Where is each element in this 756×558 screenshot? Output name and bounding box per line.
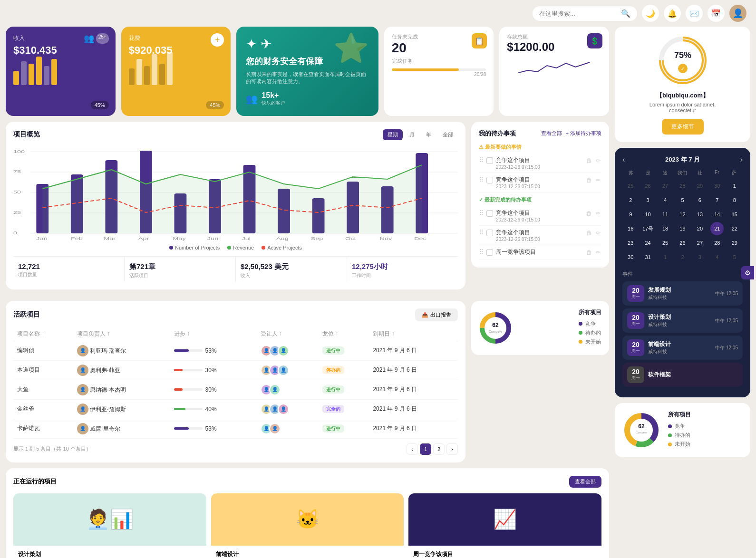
export-btn[interactable]: 📤 出口报告 xyxy=(415,308,458,321)
cal-day[interactable]: 5 xyxy=(676,193,689,207)
view-all-btn[interactable]: 查看全部 xyxy=(569,476,601,488)
next-page-btn[interactable]: › xyxy=(446,443,458,455)
tab-all[interactable]: 全部 xyxy=(438,129,458,140)
delete-icon-2[interactable]: 🗑 xyxy=(585,176,593,184)
mail-icon-btn[interactable]: ✉️ xyxy=(686,5,703,22)
todo-add[interactable]: + 添加待办事项 xyxy=(566,130,601,137)
search-box[interactable]: 🔍 xyxy=(533,6,637,21)
tab-week[interactable]: 星期 xyxy=(383,129,403,140)
drag-icon[interactable]: ⠿ xyxy=(479,156,484,164)
bell-icon-btn[interactable]: 🔔 xyxy=(664,5,681,22)
cal-day[interactable]: 4 xyxy=(659,193,672,207)
svg-text:Compete: Compete xyxy=(489,330,503,334)
cal-day[interactable]: 10 xyxy=(641,208,655,221)
cal-day[interactable]: 25 xyxy=(624,179,637,192)
row-assignee-2: 👤 👤 👤 xyxy=(257,360,319,380)
user-avatar[interactable]: 👤 xyxy=(729,5,746,22)
drag-icon-5[interactable]: ⠿ xyxy=(479,248,484,256)
cal-prev[interactable]: ‹ xyxy=(622,155,625,164)
drag-icon-4[interactable]: ⠿ xyxy=(479,229,484,236)
calendar-icon-btn[interactable]: 📅 xyxy=(708,5,725,22)
cal-day[interactable]: 2 xyxy=(676,250,689,264)
svg-text:50: 50 xyxy=(13,190,21,194)
tab-year[interactable]: 年 xyxy=(421,129,436,140)
delete-icon-1[interactable]: 🗑 xyxy=(585,156,593,165)
edit-icon-5[interactable]: ✏ xyxy=(595,248,601,257)
moon-icon-btn[interactable]: 🌙 xyxy=(642,5,659,22)
project-card-design: 🧑‍💼📊 设计策划 👤 👤 👤 xyxy=(13,493,206,558)
gear-icon-btn[interactable]: ⚙ xyxy=(741,266,754,279)
todo-checkbox-5[interactable] xyxy=(486,249,493,256)
cal-day-today[interactable]: 21 xyxy=(710,222,724,235)
cal-day[interactable]: 3 xyxy=(693,250,707,264)
cal-day[interactable]: 26 xyxy=(641,179,655,192)
stat-label-hours: 工作时间 xyxy=(352,272,453,279)
cal-day[interactable]: 25 xyxy=(659,236,672,250)
cal-day[interactable]: 13 xyxy=(693,208,707,221)
stat-label-projects: 项目数量 xyxy=(18,271,119,278)
project-body-3: 周一竞争该项目 👤 👤 👤 21+团队 xyxy=(408,546,601,558)
cal-next[interactable]: › xyxy=(740,155,743,164)
cal-day[interactable]: 29 xyxy=(693,179,707,192)
delete-icon-3[interactable]: 🗑 xyxy=(585,209,593,218)
cal-day[interactable]: 7 xyxy=(710,193,724,207)
cal-day[interactable]: 6 xyxy=(693,193,707,207)
cal-day[interactable]: 18 xyxy=(659,222,672,235)
drag-icon-3[interactable]: ⠿ xyxy=(479,209,484,217)
cal-day[interactable]: 1 xyxy=(728,179,741,192)
stat-val-active: 第721章 xyxy=(129,262,231,271)
cal-day[interactable]: 23 xyxy=(624,236,637,250)
page-2-btn[interactable]: 2 xyxy=(433,443,445,455)
cal-day[interactable]: 22 xyxy=(728,222,741,235)
cal-day[interactable]: 20 xyxy=(693,222,707,235)
cal-day[interactable]: 12 xyxy=(676,208,689,221)
expense-bar-chart xyxy=(129,61,223,85)
tab-month[interactable]: 月 xyxy=(405,129,419,140)
cal-day[interactable]: 31 xyxy=(641,250,655,264)
search-input[interactable] xyxy=(539,10,617,17)
cal-day[interactable]: 1 xyxy=(659,250,672,264)
edit-icon-3[interactable]: ✏ xyxy=(595,209,601,218)
cal-day[interactable]: 16 xyxy=(624,222,637,235)
calendar-title: 2023 年 7 月 xyxy=(665,155,700,164)
todo-view-all[interactable]: 查看全部 xyxy=(541,130,562,137)
delete-icon-5[interactable]: 🗑 xyxy=(585,248,593,257)
delete-icon-4[interactable]: 🗑 xyxy=(585,229,593,237)
edit-icon-2[interactable]: ✏ xyxy=(595,176,601,184)
cal-day[interactable]: 27 xyxy=(693,236,707,250)
prev-page-btn[interactable]: ‹ xyxy=(407,443,418,455)
cal-day[interactable]: 3 xyxy=(641,193,655,207)
todo-checkbox-1[interactable] xyxy=(486,157,493,164)
edit-icon-1[interactable]: ✏ xyxy=(595,156,601,165)
cal-day[interactable]: 4 xyxy=(710,250,724,264)
cal-day[interactable]: 30 xyxy=(624,250,637,264)
todo-item-actions-4: 🗑 ✏ xyxy=(585,229,601,237)
cal-day[interactable]: 28 xyxy=(676,179,689,192)
cal-day[interactable]: 11 xyxy=(659,208,672,221)
cal-day[interactable]: 26 xyxy=(676,236,689,250)
svg-marker-22 xyxy=(42,165,422,233)
more-detail-btn[interactable]: 更多细节 xyxy=(662,119,704,135)
cal-day[interactable]: 15 xyxy=(728,208,741,221)
cal-day[interactable]: 9 xyxy=(624,208,637,221)
cal-day[interactable]: 5 xyxy=(728,250,741,264)
cal-day[interactable]: 29 xyxy=(728,236,741,250)
cal-day[interactable]: 2 xyxy=(624,193,637,207)
edit-icon-4[interactable]: ✏ xyxy=(595,229,601,237)
cal-day[interactable]: 30 xyxy=(710,179,724,192)
todo-checkbox-3[interactable] xyxy=(486,210,493,217)
project-chart: 100 75 50 25 0 xyxy=(13,146,458,241)
cal-day[interactable]: 19 xyxy=(676,222,689,235)
todo-checkbox-4[interactable] xyxy=(486,230,493,236)
todo-section: 我的待办事项 查看全部 + 添加待办事项 ⚠ 最新要做的事情 ⠿ xyxy=(471,122,609,295)
drag-icon-2[interactable]: ⠿ xyxy=(479,176,484,183)
cal-day[interactable]: 17号 xyxy=(641,222,655,235)
todo-checkbox-2[interactable] xyxy=(486,177,493,183)
svg-text:75: 75 xyxy=(13,169,21,174)
cal-day[interactable]: 28 xyxy=(710,236,724,250)
cal-day[interactable]: 24 xyxy=(641,236,655,250)
page-1-btn[interactable]: 1 xyxy=(420,443,431,455)
cal-day[interactable]: 14 xyxy=(710,208,724,221)
cal-day[interactable]: 27 xyxy=(659,179,672,192)
cal-day[interactable]: 8 xyxy=(728,193,741,207)
